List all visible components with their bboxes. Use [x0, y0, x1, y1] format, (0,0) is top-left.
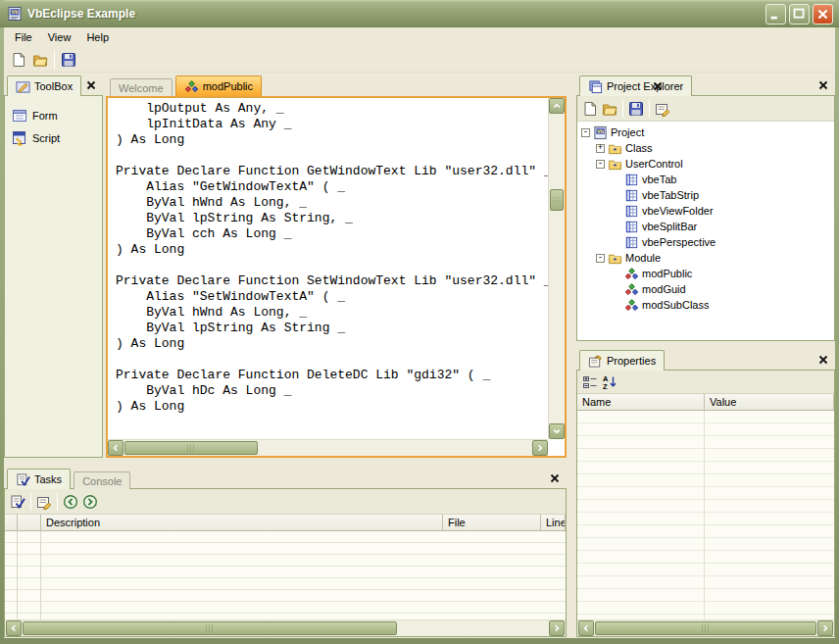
column-header-file[interactable]: File: [443, 515, 541, 531]
code-editor-pane: lpOutput As Any, _ lpInitData As Any _ )…: [106, 96, 567, 458]
tab-project-explorer[interactable]: Project Explorer: [579, 75, 692, 96]
hscroll-thumb[interactable]: [23, 621, 397, 635]
tree-item-vbeviewfolder[interactable]: vbeViewFolder: [577, 203, 834, 219]
close-icon: [550, 473, 560, 483]
open-file-button[interactable]: [600, 99, 619, 119]
close-button[interactable]: [813, 4, 833, 25]
tree-item-modsubclass[interactable]: modSubClass: [577, 297, 834, 313]
tree-item-vbesplitbar[interactable]: vbeSplitBar: [577, 219, 834, 234]
open-file-button[interactable]: [29, 49, 51, 71]
tab-toolbox[interactable]: ToolBox: [7, 75, 81, 96]
collapse-icon[interactable]: -: [596, 160, 605, 169]
tree-item-project[interactable]: - Vb Project: [577, 124, 834, 140]
tree-item-vbetab[interactable]: vbeTab: [577, 172, 834, 187]
tab-tasks[interactable]: Tasks: [7, 469, 71, 489]
tree-item-modpublic[interactable]: modPublic: [577, 266, 834, 281]
tree-item-usercontrol[interactable]: - UserControl: [577, 156, 834, 172]
module-icon: [184, 79, 199, 94]
toolbox-item-form[interactable]: Form: [5, 104, 102, 126]
minimize-button[interactable]: [765, 4, 786, 25]
scroll-left-button[interactable]: [6, 620, 22, 636]
collapse-icon[interactable]: -: [581, 128, 590, 137]
tree-item-class[interactable]: + Class: [577, 140, 834, 156]
scroll-left-button[interactable]: [578, 620, 594, 636]
hscroll-thumb[interactable]: [595, 621, 816, 635]
save-button[interactable]: [626, 99, 646, 119]
toolbar-separator: [57, 493, 58, 511]
tab-modpublic[interactable]: modPublic: [175, 75, 262, 96]
properties-content: AZ Name Value: [576, 370, 835, 637]
task-properties-button[interactable]: [34, 492, 54, 512]
tab-label: modPublic: [203, 80, 253, 92]
column-header-description[interactable]: Description: [41, 515, 443, 531]
expand-icon[interactable]: +: [596, 144, 605, 153]
scroll-right-button[interactable]: [532, 440, 548, 456]
scroll-up-button[interactable]: [549, 98, 565, 114]
tab-welcome[interactable]: Welcome: [110, 78, 173, 96]
menu-item-help[interactable]: Help: [78, 29, 117, 45]
properties-icon: [588, 354, 603, 369]
toolbox-close-button[interactable]: [85, 79, 97, 91]
new-file-button[interactable]: [580, 99, 600, 119]
new-file-button[interactable]: [8, 49, 29, 71]
scroll-right-button[interactable]: [817, 620, 833, 636]
tasks-icon: [16, 472, 30, 487]
code-text[interactable]: lpOutput As Any, _ lpInitData As Any _ )…: [108, 98, 548, 439]
tree-item-module[interactable]: - Module: [577, 250, 834, 266]
folder-icon: [608, 251, 622, 266]
vscroll-thumb[interactable]: [550, 189, 564, 211]
horizontal-scrollbar[interactable]: [108, 439, 548, 456]
maximize-button[interactable]: [789, 4, 810, 25]
column-header-name[interactable]: Name: [577, 394, 705, 411]
module-icon: [624, 267, 639, 281]
tree-item-vbetabstrip[interactable]: vbeTabStrip: [577, 187, 834, 203]
tree-item-label: modSubClass: [642, 299, 709, 311]
tasks-horizontal-scrollbar[interactable]: [5, 619, 566, 636]
column-header-marker[interactable]: [18, 515, 41, 531]
next-task-button[interactable]: [80, 492, 100, 512]
editor-close-button[interactable]: [652, 80, 664, 92]
tab-properties[interactable]: Properties: [579, 350, 665, 371]
new-task-button[interactable]: [8, 492, 27, 512]
module-icon: [624, 298, 639, 313]
window-titlebar[interactable]: Vb VbEclipse Example: [0, 0, 839, 27]
sort-alphabetical-button[interactable]: AZ: [600, 372, 619, 392]
save-button[interactable]: [58, 49, 79, 71]
tab-console[interactable]: Console: [74, 471, 130, 489]
properties-close-button[interactable]: [817, 354, 829, 366]
tree-item-vbeperspective[interactable]: vbePerspective: [577, 234, 834, 250]
chevron-right-icon: [536, 444, 544, 452]
properties-horizontal-scrollbar[interactable]: [577, 619, 834, 636]
column-header-line[interactable]: Line: [541, 515, 566, 531]
tasks-table-header: Description File Line: [5, 515, 566, 531]
categorize-button[interactable]: [580, 372, 600, 392]
column-header-status[interactable]: [5, 515, 18, 531]
usercontrol-icon: [624, 204, 639, 219]
scroll-left-button[interactable]: [108, 440, 123, 456]
tab-label: Project Explorer: [607, 80, 683, 92]
hscroll-thumb[interactable]: [124, 441, 258, 455]
scroll-down-button[interactable]: [549, 423, 565, 439]
menu-item-view[interactable]: View: [40, 29, 79, 45]
project-explorer-close-button[interactable]: [817, 79, 829, 91]
tree-item-modguid[interactable]: modGuid: [577, 281, 834, 297]
properties-button[interactable]: [653, 99, 672, 119]
previous-task-button[interactable]: [61, 492, 80, 512]
tree-item-label: vbeSplitBar: [642, 221, 697, 232]
menu-item-file[interactable]: File: [7, 29, 40, 45]
toolbar-separator: [649, 100, 650, 118]
minimize-icon: [766, 5, 785, 24]
tasks-toolbar: [5, 489, 566, 515]
project-tree: - Vb Project + Class - UserControl: [577, 122, 834, 340]
tasks-close-button[interactable]: [549, 472, 561, 484]
tree-item-label: Module: [625, 252, 661, 264]
column-header-value[interactable]: Value: [705, 394, 834, 411]
vertical-scrollbar[interactable]: [548, 98, 565, 439]
collapse-icon[interactable]: -: [596, 254, 605, 263]
chevron-right-icon: [821, 624, 829, 632]
scroll-right-button[interactable]: [549, 620, 565, 636]
window-title: VbEclipse Example: [27, 7, 135, 21]
tree-item-label: vbeViewFolder: [642, 205, 714, 217]
toolbox-item-script[interactable]: Script: [5, 126, 102, 149]
toolbox-content: Form Script: [4, 95, 103, 458]
